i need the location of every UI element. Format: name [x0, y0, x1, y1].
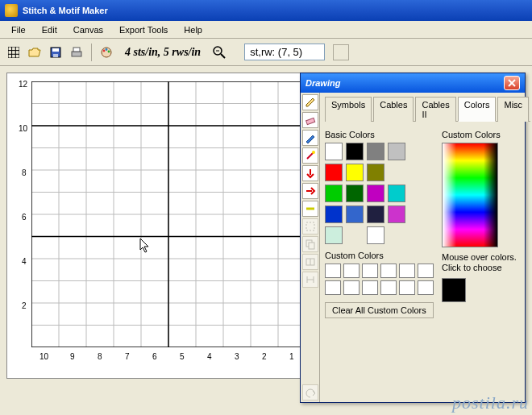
tab-misc[interactable]: Misc [497, 97, 529, 122]
svg-rect-7 [53, 54, 58, 57]
x-tick: 9 [70, 352, 75, 361]
drawing-panel-title-bar[interactable]: Drawing [301, 73, 525, 93]
tab-cables-ii[interactable]: Cables II [415, 97, 455, 122]
color-swatch[interactable] [325, 143, 343, 160]
custom-color-slot[interactable] [380, 264, 397, 278]
y-tick: 12 [19, 80, 27, 89]
tab-cables[interactable]: Cables [373, 97, 414, 122]
basic-colors-grid [325, 143, 434, 244]
tab-symbols[interactable]: Symbols [325, 97, 372, 122]
grid-icon[interactable] [5, 44, 23, 61]
menu-bar: File Edit Canvas Export Tools Help [0, 21, 532, 39]
brush-icon[interactable] [302, 130, 318, 146]
app-icon [5, 4, 18, 17]
color-swatch[interactable] [325, 185, 343, 202]
menu-canvas[interactable]: Canvas [65, 23, 111, 37]
tab-colors[interactable]: Colors [458, 97, 497, 122]
y-tick: 8 [22, 168, 27, 177]
zoom-icon[interactable] [210, 44, 228, 61]
color-swatch[interactable] [346, 164, 364, 181]
menu-export-tools[interactable]: Export Tools [111, 23, 176, 37]
canvas-grid[interactable] [31, 81, 305, 347]
custom-color-slot[interactable] [399, 264, 415, 278]
canvas-area[interactable]: 12 10 8 6 4 2 11 9 7 5 10 9 8 7 6 5 4 3 … [6, 73, 321, 379]
clear-custom-colors-button[interactable]: Clear All Custom Colors [325, 302, 434, 318]
line-icon[interactable] [302, 201, 318, 217]
undo-icon [302, 384, 318, 400]
y-tick: 4 [22, 257, 27, 266]
x-tick: 6 [152, 352, 157, 361]
color-swatch[interactable] [367, 143, 384, 160]
color-swatch[interactable] [388, 185, 405, 202]
custom-color-slot[interactable] [325, 280, 341, 295]
basic-colors-label: Basic Colors [325, 130, 434, 139]
drawing-panel: Drawing Symbols Cables Cables II [300, 73, 526, 403]
gauge-text: 4 sts/in, 5 rws/in [118, 46, 207, 59]
x-tick: 5 [180, 352, 185, 361]
color-swatch[interactable] [346, 143, 364, 160]
svg-point-12 [106, 48, 108, 51]
arrow-right-icon[interactable] [302, 183, 318, 199]
custom-color-slot[interactable] [418, 264, 434, 278]
color-preview-box [333, 44, 349, 60]
custom-color-slot[interactable] [325, 264, 341, 278]
arrow-down-icon[interactable] [302, 165, 318, 181]
color-swatch[interactable] [367, 185, 384, 202]
eraser-icon[interactable] [302, 112, 318, 128]
custom-colors-grid [325, 264, 434, 295]
color-swatch[interactable] [346, 185, 364, 202]
y-tick: 2 [22, 301, 27, 310]
spectrum-hint: Mouse over colors. Click to choose [442, 252, 530, 273]
custom-color-slot[interactable] [399, 280, 415, 295]
x-tick: 8 [98, 352, 102, 361]
x-tick: 3 [235, 352, 239, 361]
y-tick: 10 [19, 124, 27, 133]
palette-icon[interactable] [98, 44, 115, 61]
chosen-color-swatch [442, 278, 466, 302]
print-icon[interactable] [68, 44, 85, 61]
toolbar-separator [91, 44, 92, 61]
menu-edit[interactable]: Edit [34, 23, 65, 37]
custom-color-slot[interactable] [418, 280, 434, 295]
color-swatch[interactable] [388, 143, 405, 160]
svg-point-13 [108, 50, 110, 52]
color-swatch[interactable] [325, 164, 343, 181]
x-tick: 7 [125, 352, 130, 361]
custom-color-slot[interactable] [362, 264, 378, 278]
custom-color-slot[interactable] [343, 264, 360, 278]
copy-icon [302, 236, 318, 252]
menu-help[interactable]: Help [176, 23, 210, 37]
color-spectrum[interactable] [442, 143, 498, 247]
color-swatch[interactable] [346, 205, 364, 223]
x-tick: 4 [207, 352, 212, 361]
custom-color-slot[interactable] [380, 280, 397, 295]
menu-file[interactable]: File [3, 23, 34, 37]
save-icon[interactable] [47, 44, 64, 61]
custom-color-slot[interactable] [343, 280, 360, 295]
svg-rect-9 [73, 48, 80, 52]
svg-rect-8 [72, 52, 81, 56]
close-icon[interactable] [504, 76, 520, 90]
x-tick: 2 [262, 352, 267, 361]
color-swatch[interactable] [367, 205, 384, 223]
title-bar: Stitch & Motif Maker [0, 0, 532, 21]
custom-colors-header: Custom Colors [442, 130, 530, 139]
y-tick: 6 [22, 213, 27, 222]
drawing-tool-strip [301, 93, 320, 402]
svg-rect-0 [8, 47, 19, 58]
color-swatch[interactable] [367, 226, 384, 244]
x-tick: 1 [289, 352, 294, 361]
color-swatch[interactable] [325, 205, 343, 223]
mirror-icon [302, 272, 318, 288]
pencil-icon[interactable] [302, 94, 318, 110]
app-title: Stitch & Motif Maker [23, 6, 108, 15]
custom-color-slot[interactable] [362, 280, 378, 295]
color-swatch[interactable] [367, 164, 384, 181]
wand-icon[interactable] [302, 147, 318, 164]
open-icon[interactable] [26, 44, 44, 61]
svg-rect-53 [309, 243, 314, 249]
color-swatch[interactable] [325, 226, 343, 244]
x-tick: 10 [39, 352, 48, 361]
svg-line-15 [221, 54, 225, 58]
color-swatch[interactable] [388, 205, 405, 223]
